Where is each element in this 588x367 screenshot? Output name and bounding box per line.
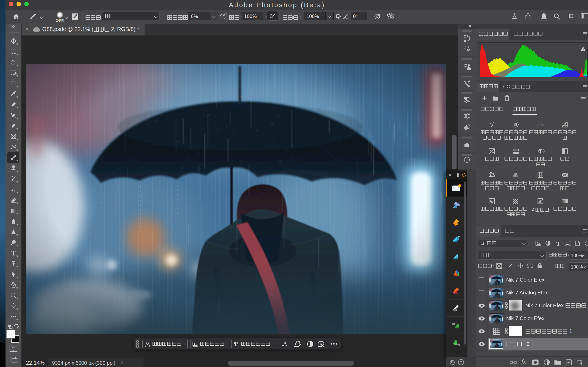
svg-text:T: T xyxy=(11,249,16,257)
svg-text:?: ? xyxy=(460,360,462,364)
svg-text:i: i xyxy=(466,158,467,162)
